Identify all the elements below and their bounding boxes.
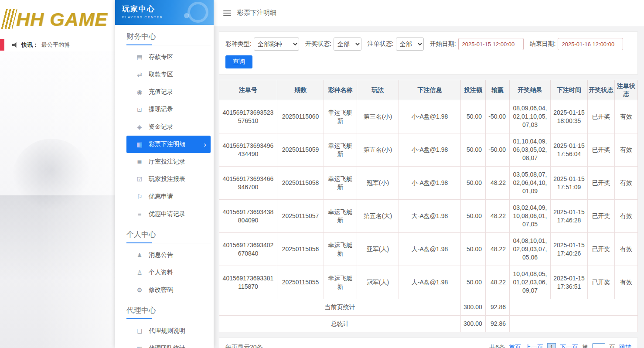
table-cell: 50.00 (461, 133, 486, 167)
sidebar-title: 玩家中心 (122, 4, 214, 14)
table-cell: 20250115060 (277, 100, 324, 133)
table-cell: 20250115056 (277, 233, 324, 266)
table-row: 40156917369349643449020250115059幸运飞艇新第五名… (219, 133, 638, 167)
pagination-controls: 共6条 首页 上一页 1 下一页 第 页 跳转 (489, 343, 631, 348)
site-logo[interactable]: HH GAME (16, 9, 108, 30)
table-cell: 小-A盘@1.98 (399, 133, 461, 167)
sidebar-item[interactable]: ❏代理规则说明 (126, 322, 211, 340)
table-cell: 401569173693381115870 (219, 266, 277, 299)
column-header: 下注信息 (399, 80, 461, 100)
table-cell: 已开奖 (588, 167, 615, 200)
sidebar-item[interactable]: ♙个人资料 (126, 264, 211, 281)
table-cell: 有效 (615, 200, 638, 233)
summary-winloss-total-cell: 92.86 (486, 316, 510, 332)
agent-team-stats-icon: ▦ (136, 345, 143, 348)
table-cell: 401569173693438804090 (219, 200, 277, 233)
sidebar-item-label: 充值记录 (149, 88, 173, 96)
sidebar-item-label: 厅室投注记录 (149, 158, 185, 166)
table-cell: 幸运飞艇新 (324, 133, 357, 167)
sidebar-item-label: 彩票下注明细 (149, 140, 185, 148)
sidebar-item-label: 提现记录 (149, 106, 173, 113)
table-cell: 10,04,08,05,01,02,03,06,09,07 (510, 266, 551, 299)
table-row: 40156917369340267084020250115056幸运飞艇新亚军(… (219, 233, 638, 266)
logo-stripes-icon (1, 9, 17, 29)
sidebar-item[interactable]: ⚐优惠申请 (126, 188, 211, 205)
sidebar-item[interactable]: ▦代理团队统计 (126, 340, 211, 348)
bet-table: 注单号期数彩种名称玩法下注信息投注额输赢开奖结果下注时间开奖状态注单状态 401… (219, 80, 638, 332)
table-cell: 08,09,06,04,02,01,10,05,07,03 (510, 100, 551, 133)
sidebar-item[interactable]: ◉充值记录 (126, 83, 211, 101)
table-cell: 50.00 (461, 233, 486, 266)
table-cell: -50.00 (486, 133, 510, 167)
table-cell: 小-A盘@1.98 (399, 167, 461, 200)
sidebar-item[interactable]: ◈资金记录 (126, 118, 211, 136)
table-cell: 2025-01-15 18:00:35 (551, 100, 588, 133)
start-date-label: 开始日期: (430, 40, 456, 48)
table-cell: 幸运飞艇新 (324, 233, 357, 266)
summary-label-cell: 当前页统计 (219, 299, 461, 316)
table-cell: 2025-01-15 17:40:26 (551, 233, 588, 266)
table-cell: 有效 (615, 167, 638, 200)
search-button[interactable]: 查询 (225, 55, 252, 68)
table-cell: 幸运飞艇新 (324, 100, 357, 133)
topbar: 彩票下注明细 (214, 0, 644, 26)
announcements-icon: ♟ (136, 252, 143, 259)
lottery-type-select[interactable]: 全部彩种 (254, 38, 299, 51)
table-cell: 50.00 (461, 100, 486, 133)
table-cell: 04,08,10,01,02,09,03,07,05,06 (510, 233, 551, 266)
sidebar-item-label: 优惠申请记录 (149, 210, 185, 218)
player-bet-report-icon: ☑ (136, 176, 143, 183)
promotion-apply-icon: ⚐ (136, 193, 143, 200)
sidebar-item[interactable]: ⊡提现记录 (126, 101, 211, 118)
table-cell: 亚军(大) (357, 233, 399, 266)
table-cell: 48.22 (486, 233, 510, 266)
column-header: 下注时间 (551, 80, 588, 100)
jump-page-input[interactable] (592, 343, 605, 348)
table-cell: 第五名(小) (357, 133, 399, 167)
jump-button[interactable]: 跳转 (619, 344, 631, 348)
table-cell: 已开奖 (588, 233, 615, 266)
table-row: 40156917369352357651020250115060幸运飞艇新第三名… (219, 100, 638, 133)
next-page-link[interactable]: 下一页 (560, 344, 578, 348)
column-header: 输赢 (486, 80, 510, 100)
table-row: 40156917369343880409020250115057幸运飞艇新第五名… (219, 200, 638, 233)
table-row: 40156917369346694670020250115058幸运飞艇新冠军(… (219, 167, 638, 200)
table-footer: 当前页统计300.0092.86总统计300.0092.86 (219, 299, 638, 332)
sidebar-item[interactable]: ☑玩家投注报表 (126, 171, 211, 188)
end-date-label: 结束日期: (530, 40, 556, 48)
sidebar-item[interactable]: ≣厅室投注记录 (126, 153, 211, 171)
sidebar-item-label: 资金记录 (149, 123, 173, 131)
background-site: HH GAME 快讯： 最公平的博 (0, 0, 115, 348)
sidebar-item[interactable]: ≡优惠申请记录 (126, 205, 211, 223)
sidebar-item[interactable]: ⚙修改密码 (126, 281, 211, 299)
table-cell: 20250115057 (277, 200, 324, 233)
end-date-input[interactable] (558, 38, 623, 50)
table-cell: 第三名(小) (357, 100, 399, 133)
column-header: 开奖状态 (588, 80, 615, 100)
table-cell: 20250115058 (277, 167, 324, 200)
menu-toggle-icon[interactable] (223, 10, 231, 16)
table-cell: 03,02,04,09,10,08,06,01,07,05 (510, 200, 551, 233)
draw-status-select[interactable]: 全部 (334, 38, 361, 51)
start-date-input[interactable] (458, 38, 524, 50)
table-cell: 401569173693523576510 (219, 100, 277, 133)
current-page-button[interactable]: 1 (547, 343, 556, 348)
table-cell: 有效 (615, 100, 638, 133)
order-status-select[interactable]: 全部 (396, 38, 424, 51)
sidebar-item[interactable]: ♟消息公告 (126, 246, 211, 264)
table-cell: 有效 (615, 133, 638, 167)
prev-page-link[interactable]: 上一页 (525, 344, 543, 348)
sidebar-item[interactable]: ⇄取款专区 (126, 66, 211, 83)
bet-table-card: 注单号期数彩种名称玩法下注信息投注额输赢开奖结果下注时间开奖状态注单状态 401… (219, 80, 638, 332)
first-page-link[interactable]: 首页 (509, 344, 521, 348)
sidebar-item[interactable]: ▥彩票下注明细› (126, 136, 211, 153)
table-cell: 401569173693466946700 (219, 167, 277, 200)
filter-panel: 彩种类型: 全部彩种 开奖状态: 全部 注单状态: 全部 开始日期: 结束日期: (219, 31, 638, 75)
agent-rules-icon: ❏ (136, 328, 143, 334)
table-cell: 50.00 (461, 167, 486, 200)
content: 彩种类型: 全部彩种 开奖状态: 全部 注单状态: 全部 开始日期: 结束日期: (214, 26, 644, 348)
table-cell: 01,10,04,09,06,03,05,02,08,07 (510, 133, 551, 167)
column-header: 注单状态 (615, 80, 638, 100)
sidebar-item[interactable]: ▤存款专区 (126, 48, 211, 66)
lottery-bet-details-icon: ▥ (136, 141, 143, 148)
